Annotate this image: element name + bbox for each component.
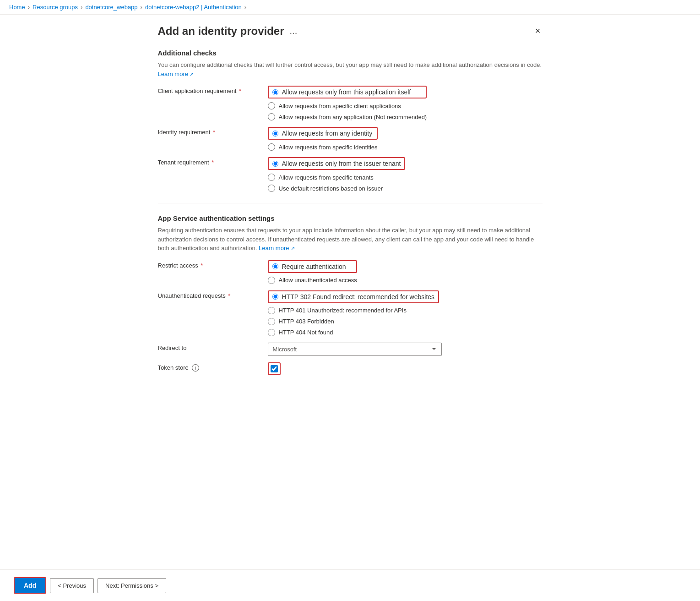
client-requirement-label: Client application requirement * <box>158 86 268 94</box>
app-service-auth-desc: Requiring authentication ensures that re… <box>158 226 543 253</box>
tenant-radio-2[interactable]: Allow requests from specific tenants <box>268 174 406 181</box>
identity-requirement-label: Identity requirement * <box>158 127 268 136</box>
client-requirement-options: Allow requests only from this applicatio… <box>268 86 427 120</box>
token-store-info-icon: i <box>192 364 199 372</box>
app-service-auth-learn-more[interactable]: Learn more <box>259 245 295 251</box>
tenant-radio-1[interactable]: Allow requests only from the issuer tena… <box>268 157 406 170</box>
token-store-checkbox[interactable] <box>271 365 278 372</box>
additional-checks-section: Additional checks You can configure addi… <box>158 49 543 192</box>
breadcrumb-home[interactable]: Home <box>9 4 25 11</box>
restrict-radio-1[interactable]: Require authentication <box>268 260 357 273</box>
token-store-checkbox-wrapper[interactable] <box>268 362 281 375</box>
page-title: Add an identity provider ... <box>158 25 298 38</box>
client-radio-3[interactable]: Allow requests from any application (Not… <box>268 113 427 120</box>
app-service-auth-title: App Service authentication settings <box>158 214 543 222</box>
unauthenticated-requests-options: HTTP 302 Found redirect: recommended for… <box>268 290 440 336</box>
unauth-radio-3[interactable]: HTTP 403 Forbidden <box>268 318 440 325</box>
client-radio-1[interactable]: Allow requests only from this applicatio… <box>268 86 427 98</box>
breadcrumb-dotnetcore-webapp[interactable]: dotnetcore_webapp <box>85 4 137 11</box>
token-store-label: Token store i <box>158 362 268 372</box>
unauthenticated-requests-label: Unauthenticated requests * <box>158 290 268 299</box>
token-store-control <box>268 362 281 375</box>
breadcrumb-authentication[interactable]: dotnetcore-webapp2 | Authentication <box>145 4 242 11</box>
close-button[interactable]: × <box>533 24 543 38</box>
breadcrumb: Home › Resource groups › dotnetcore_weba… <box>0 0 700 15</box>
tenant-requirement-options: Allow requests only from the issuer tena… <box>268 157 406 192</box>
unauth-radio-2[interactable]: HTTP 401 Unauthorized: recommended for A… <box>268 307 440 314</box>
tenant-radio-3[interactable]: Use default restrictions based on issuer <box>268 185 406 192</box>
breadcrumb-resource-groups[interactable]: Resource groups <box>33 4 78 11</box>
app-service-auth-section: App Service authentication settings Requ… <box>158 214 543 375</box>
restrict-access-options: Require authentication Allow unauthentic… <box>268 260 357 284</box>
unauth-radio-4[interactable]: HTTP 404 Not found <box>268 329 440 336</box>
redirect-to-label: Redirect to <box>158 343 268 351</box>
additional-checks-learn-more[interactable]: Learn more <box>158 71 194 77</box>
section-divider <box>158 203 543 203</box>
restrict-access-row: Restrict access * Require authentication… <box>158 260 543 284</box>
unauthenticated-requests-row: Unauthenticated requests * HTTP 302 Foun… <box>158 290 543 336</box>
additional-checks-title: Additional checks <box>158 49 543 57</box>
redirect-to-row: Redirect to Microsoft <box>158 343 543 356</box>
identity-requirement-row: Identity requirement * Allow requests fr… <box>158 127 543 151</box>
redirect-to-dropdown[interactable]: Microsoft <box>268 343 442 356</box>
identity-requirement-options: Allow requests from any identity Allow r… <box>268 127 378 151</box>
token-store-row: Token store i <box>158 362 543 375</box>
identity-radio-2[interactable]: Allow requests from specific identities <box>268 143 378 151</box>
client-requirement-row: Client application requirement * Allow r… <box>158 86 543 120</box>
client-radio-2[interactable]: Allow requests from specific client appl… <box>268 102 427 109</box>
identity-radio-1[interactable]: Allow requests from any identity <box>268 127 378 140</box>
unauth-radio-1[interactable]: HTTP 302 Found redirect: recommended for… <box>268 290 440 303</box>
restrict-radio-2[interactable]: Allow unauthenticated access <box>268 277 357 284</box>
redirect-to-control: Microsoft <box>268 343 442 356</box>
restrict-access-label: Restrict access * <box>158 260 268 269</box>
tenant-requirement-row: Tenant requirement * Allow requests only… <box>158 157 543 192</box>
tenant-requirement-label: Tenant requirement * <box>158 157 268 166</box>
additional-checks-desc: You can configure additional checks that… <box>158 60 543 78</box>
